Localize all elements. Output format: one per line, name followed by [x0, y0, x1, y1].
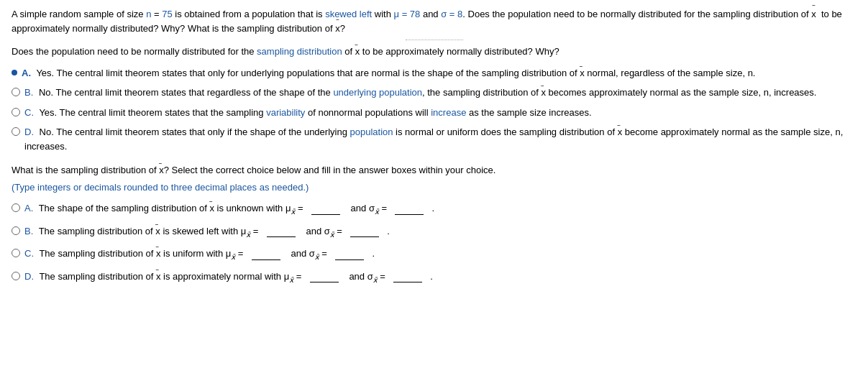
option-a-bullet	[12, 70, 17, 75]
question1-options: A. Yes. The central limit theorem states…	[12, 66, 856, 154]
answer-a-text: A. The shape of the sampling distributio…	[24, 201, 434, 217]
answer-c-text: C. The sampling distribution of x‾ is un…	[24, 247, 375, 262]
option-a-text: A. Yes. The central limit theorem states…	[22, 66, 755, 81]
option-c-text: C. Yes. The central limit theorem states…	[24, 106, 592, 120]
answer-b-row[interactable]: B. The sampling distribution of x‾ is sk…	[12, 224, 856, 240]
answer-a-circle	[12, 203, 20, 212]
answer-a-sigma-input[interactable]	[395, 203, 424, 215]
answer-a-mu-input[interactable]	[311, 203, 340, 215]
question2-text: What is the sampling distribution of x‾?…	[12, 163, 856, 178]
option-c-circle	[12, 108, 20, 116]
answer-c-circle	[12, 249, 20, 257]
answer-b-mu-input[interactable]	[267, 226, 296, 237]
option-a-row[interactable]: A. Yes. The central limit theorem states…	[12, 66, 856, 81]
answer-d-mu-input[interactable]	[310, 271, 339, 282]
intro-paragraph: A simple random sample of size n = 75 is…	[12, 7, 856, 35]
answer-c-sigma-input[interactable]	[335, 249, 364, 260]
option-d-text: D. No. The central limit theorem states …	[24, 125, 856, 153]
answer-c-row[interactable]: C. The sampling distribution of x‾ is un…	[12, 247, 856, 262]
question1-text: Does the population need to be normally …	[12, 45, 856, 59]
answer-b-text: B. The sampling distribution of x‾ is sk…	[24, 224, 390, 240]
question2-options: A. The shape of the sampling distributio…	[12, 201, 856, 285]
answer-d-text: D. The sampling distribution of x‾ is ap…	[24, 270, 433, 285]
answer-a-row[interactable]: A. The shape of the sampling distributio…	[12, 201, 856, 217]
option-b-circle	[12, 88, 20, 96]
answer-b-circle	[12, 226, 20, 235]
question2-subtext: (Type integers or decimals rounded to th…	[12, 180, 856, 195]
answer-d-circle	[12, 272, 20, 280]
answer-b-sigma-input[interactable]	[350, 226, 379, 237]
section-divider	[406, 40, 463, 40]
option-b-row[interactable]: B. No. The central limit theorem states …	[12, 86, 856, 100]
answer-d-sigma-input[interactable]	[393, 271, 422, 282]
answer-c-mu-input[interactable]	[252, 249, 280, 260]
option-d-circle	[12, 127, 20, 136]
option-b-text: B. No. The central limit theorem states …	[24, 86, 816, 100]
option-d-row[interactable]: D. No. The central limit theorem states …	[12, 125, 856, 153]
answer-d-row[interactable]: D. The sampling distribution of x‾ is ap…	[12, 270, 856, 285]
option-c-row[interactable]: C. Yes. The central limit theorem states…	[12, 106, 856, 120]
